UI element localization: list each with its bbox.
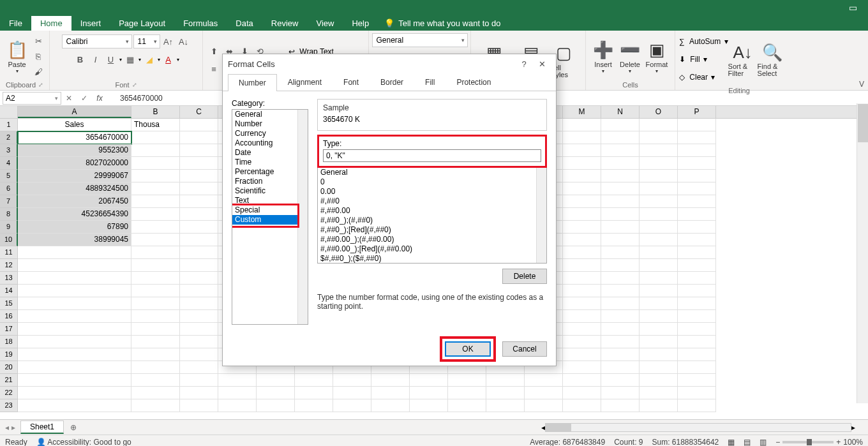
cell-I21[interactable] xyxy=(410,374,448,387)
cell-C20[interactable] xyxy=(180,361,218,374)
cell-J23[interactable] xyxy=(448,399,486,412)
cell-A17[interactable] xyxy=(18,323,131,336)
cell-O10[interactable] xyxy=(640,234,678,246)
cell-A9[interactable]: 67890 xyxy=(18,221,131,234)
tab-help[interactable]: Help xyxy=(343,16,378,31)
row-head-6[interactable]: 6 xyxy=(0,182,18,195)
cell-B4[interactable] xyxy=(131,157,180,170)
tab-insert[interactable]: Insert xyxy=(71,16,110,31)
cell-N13[interactable] xyxy=(601,272,640,285)
cell-M9[interactable] xyxy=(563,221,601,234)
row-head-5[interactable]: 5 xyxy=(0,170,18,182)
cell-O4[interactable] xyxy=(640,157,678,170)
cell-D21[interactable] xyxy=(218,374,257,387)
row-head-20[interactable]: 20 xyxy=(0,361,18,374)
cell-B16[interactable] xyxy=(131,310,180,323)
view-pagebreak-button[interactable]: ▥ xyxy=(760,438,767,447)
cell-A13[interactable] xyxy=(18,272,131,285)
cell-P4[interactable] xyxy=(678,157,716,170)
number-format-select[interactable]: General xyxy=(372,33,468,47)
cancel-button[interactable]: Cancel xyxy=(502,341,547,357)
category-item-currency[interactable]: Currency xyxy=(232,129,308,138)
cell-B22[interactable] xyxy=(131,387,180,399)
font-name-select[interactable]: Calibri xyxy=(62,34,132,48)
cell-A4[interactable]: 8027020000 xyxy=(18,157,131,170)
cell-P8[interactable] xyxy=(678,208,716,221)
cell-N14[interactable] xyxy=(601,285,640,297)
row-head-2[interactable]: 2 xyxy=(0,131,18,144)
cell-C13[interactable] xyxy=(180,272,218,285)
cell-G22[interactable] xyxy=(333,387,371,399)
view-pagelayout-button[interactable]: ▤ xyxy=(744,438,751,447)
format-item[interactable]: #,##0.00_);[Red](#,##0.00) xyxy=(318,244,546,254)
cell-P22[interactable] xyxy=(678,387,716,399)
cell-I23[interactable] xyxy=(410,399,448,412)
enter-formula-button[interactable]: ✓ xyxy=(77,94,92,103)
cell-O11[interactable] xyxy=(640,246,678,259)
dialog-tab-border[interactable]: Border xyxy=(370,73,414,91)
col-head-P[interactable]: P xyxy=(678,106,716,118)
category-item-time[interactable]: Time xyxy=(232,158,308,167)
cell-N9[interactable] xyxy=(601,221,640,234)
cell-A19[interactable] xyxy=(18,348,131,361)
cell-B23[interactable] xyxy=(131,399,180,412)
cell-O12[interactable] xyxy=(640,259,678,272)
align-left-button[interactable]: ≡ xyxy=(207,63,221,77)
cell-P13[interactable] xyxy=(678,272,716,285)
cell-O5[interactable] xyxy=(640,170,678,182)
row-head-4[interactable]: 4 xyxy=(0,157,18,170)
cell-N17[interactable] xyxy=(601,323,640,336)
cell-C2[interactable] xyxy=(180,131,218,144)
name-box[interactable]: A2▾ xyxy=(3,92,61,105)
clear-button[interactable]: ◇ Clear ▾ xyxy=(679,69,728,85)
cell-M10[interactable] xyxy=(563,234,601,246)
cell-A14[interactable] xyxy=(18,285,131,297)
cell-N7[interactable] xyxy=(601,195,640,208)
cell-C6[interactable] xyxy=(180,182,218,195)
cut-button[interactable]: ✂ xyxy=(31,34,45,48)
cell-O15[interactable] xyxy=(640,297,678,310)
tab-view[interactable]: View xyxy=(307,16,343,31)
format-list[interactable]: General00.00#,##0#,##0.00#,##0_);(#,##0)… xyxy=(317,168,547,264)
cell-J21[interactable] xyxy=(448,374,486,387)
row-head-12[interactable]: 12 xyxy=(0,259,18,272)
cell-M23[interactable] xyxy=(563,399,601,412)
dialog-tab-number[interactable]: Number xyxy=(228,74,277,91)
category-item-date[interactable]: Date xyxy=(232,148,308,158)
cell-A23[interactable] xyxy=(18,399,131,412)
cell-I22[interactable] xyxy=(410,387,448,399)
tab-file[interactable]: File xyxy=(0,16,31,31)
category-item-scientific[interactable]: Scientific xyxy=(232,186,308,196)
cell-M14[interactable] xyxy=(563,285,601,297)
cell-N2[interactable] xyxy=(601,131,640,144)
cell-M5[interactable] xyxy=(563,170,601,182)
cell-H22[interactable] xyxy=(371,387,410,399)
find-select-button[interactable]: 🔍Find & Select xyxy=(758,38,787,80)
cell-A12[interactable] xyxy=(18,259,131,272)
sort-filter-button[interactable]: A↓Sort & Filter xyxy=(728,38,758,80)
cell-M18[interactable] xyxy=(563,336,601,348)
cell-P18[interactable] xyxy=(678,336,716,348)
category-item-text[interactable]: Text xyxy=(232,196,308,205)
cell-K21[interactable] xyxy=(486,374,525,387)
row-head-21[interactable]: 21 xyxy=(0,374,18,387)
category-item-accounting[interactable]: Accounting xyxy=(232,138,308,148)
cell-M22[interactable] xyxy=(563,387,601,399)
sheet-nav-prev[interactable]: ▸ xyxy=(11,423,15,432)
row-head-9[interactable]: 9 xyxy=(0,221,18,234)
ok-button[interactable]: OK xyxy=(445,341,491,357)
cell-M6[interactable] xyxy=(563,182,601,195)
cell-F21[interactable] xyxy=(295,374,333,387)
cell-N10[interactable] xyxy=(601,234,640,246)
cancel-formula-button[interactable]: ✕ xyxy=(61,94,77,103)
cell-C8[interactable] xyxy=(180,208,218,221)
cell-M15[interactable] xyxy=(563,297,601,310)
copy-button[interactable]: ⎘ xyxy=(31,50,45,64)
cell-O23[interactable] xyxy=(640,399,678,412)
border-button[interactable]: ▦ xyxy=(123,52,137,66)
cell-B15[interactable] xyxy=(131,297,180,310)
cell-D22[interactable] xyxy=(218,387,257,399)
col-head-O[interactable]: O xyxy=(640,106,678,118)
cell-B3[interactable] xyxy=(131,144,180,157)
align-top-button[interactable]: ⬆ xyxy=(207,45,221,59)
